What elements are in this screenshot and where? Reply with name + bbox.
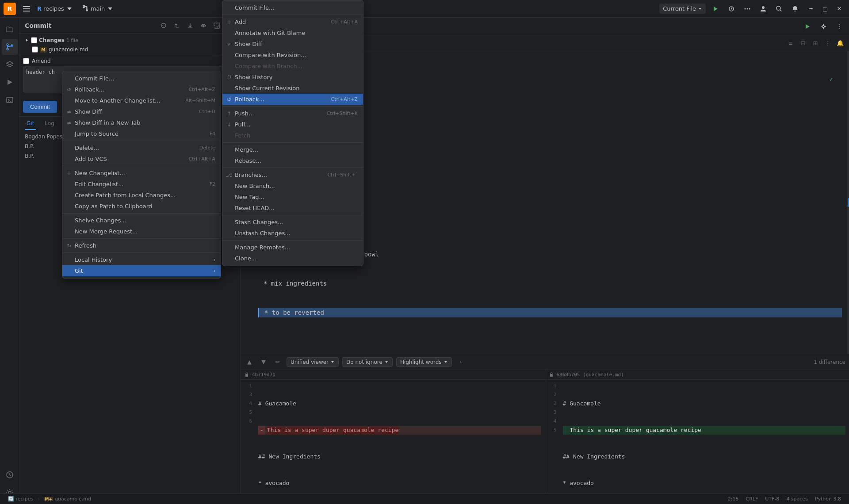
menu-commit-file[interactable]: Commit File... xyxy=(62,73,221,84)
commit-button[interactable]: Commit xyxy=(23,101,57,113)
git-stash[interactable]: Stash Changes... xyxy=(222,217,363,228)
menu-git-submenu[interactable]: Git › xyxy=(62,265,221,276)
menu-new-merge-request[interactable]: New Merge Request... xyxy=(62,226,221,237)
status-indent[interactable]: 4 spaces xyxy=(784,494,811,504)
bug-icon xyxy=(728,5,735,12)
git-show-history[interactable]: ⏱ Show History xyxy=(222,72,363,83)
menu-show-diff[interactable]: ≠ Show Diff Ctrl+D xyxy=(62,106,221,117)
menu-add-vcs[interactable]: Add to VCS Ctrl+Alt+A xyxy=(62,153,221,164)
git-clone[interactable]: Clone... xyxy=(222,253,363,264)
search-button[interactable] xyxy=(773,3,785,15)
file-modified-icon: M xyxy=(40,47,47,53)
sidebar-icon-terminal[interactable] xyxy=(2,92,18,108)
more-options-button[interactable] xyxy=(741,3,753,15)
git-reset-head[interactable]: Reset HEAD... xyxy=(222,202,363,214)
eye-button[interactable] xyxy=(199,21,208,31)
menu-refresh[interactable]: ↻ Refresh xyxy=(62,240,221,251)
project-selector[interactable]: R recipes xyxy=(34,4,76,14)
debug-button[interactable] xyxy=(725,3,738,15)
more-toolbar-button[interactable]: ⋮ xyxy=(833,20,845,33)
play-triangle-icon xyxy=(804,23,811,30)
close-button[interactable]: ✕ xyxy=(833,3,845,15)
git-branches[interactable]: ⎇ Branches... Ctrl+Shift+` xyxy=(222,169,363,180)
run-button[interactable] xyxy=(709,3,722,15)
changes-header[interactable]: Changes 1 file xyxy=(23,35,237,45)
tab-git[interactable]: Git xyxy=(25,118,36,130)
git-new-branch[interactable]: New Branch... xyxy=(222,180,363,191)
tab-more-icon[interactable]: ⋮ xyxy=(822,38,833,49)
tab-split-vert-icon[interactable]: ⊞ xyxy=(810,38,821,49)
hamburger-menu[interactable] xyxy=(19,4,34,14)
amend-checkbox[interactable] xyxy=(23,58,29,64)
status-file[interactable]: M+ guacamole.md xyxy=(42,494,94,504)
git-annotate[interactable]: Annotate with Git Blame xyxy=(222,27,363,38)
menu-copy-patch[interactable]: Copy as Patch to Clipboard xyxy=(62,201,221,212)
git-branches-icon: ⎇ xyxy=(226,172,232,178)
diff-expand-btn[interactable]: › xyxy=(455,357,466,367)
current-file-button[interactable]: Current File xyxy=(659,4,706,14)
download-button[interactable] xyxy=(185,21,195,31)
ignore-select[interactable]: Do not ignore xyxy=(342,357,393,367)
notifications-tab-icon[interactable]: 🔔 xyxy=(835,38,845,49)
status-position[interactable]: 2:15 xyxy=(725,494,742,504)
svg-rect-2 xyxy=(23,11,30,11)
status-language[interactable]: Python 3.8 xyxy=(812,494,844,504)
notifications-button[interactable] xyxy=(789,3,801,15)
git-push[interactable]: ↑ Push... Ctrl+Shift+K xyxy=(222,108,363,119)
git-new-tag[interactable]: New Tag... xyxy=(222,191,363,202)
menu-delete[interactable]: Delete... Delete xyxy=(62,142,221,153)
undo-button[interactable] xyxy=(172,21,182,31)
svg-point-4 xyxy=(745,8,746,9)
status-line-ending[interactable]: CRLF xyxy=(743,494,761,504)
tab-log[interactable]: Log xyxy=(43,118,56,130)
menu-local-history[interactable]: Local History › xyxy=(62,254,221,265)
refresh-commits-button[interactable] xyxy=(159,21,168,31)
menu-shelve[interactable]: Shelve Changes... xyxy=(62,215,221,226)
changes-checkbox[interactable] xyxy=(31,37,37,43)
scrollbar[interactable] xyxy=(847,51,849,354)
diff-pencil-btn[interactable]: ✏ xyxy=(272,357,283,367)
menu-move-changelist[interactable]: Move to Another Changelist... Alt+Shift+… xyxy=(62,95,221,106)
tab-split-icon[interactable]: ⊟ xyxy=(798,38,808,49)
maximize-button[interactable]: □ xyxy=(819,3,831,15)
menu-show-diff-tab[interactable]: ≠ Show Diff in a New Tab xyxy=(62,117,221,128)
tab-list-icon[interactable]: ≡ xyxy=(785,38,796,49)
git-rebase[interactable]: Rebase... xyxy=(222,155,363,166)
git-compare-revision[interactable]: Compare with Revision... xyxy=(222,50,363,61)
unified-viewer-select[interactable]: Unified viewer xyxy=(287,357,339,367)
user-button[interactable] xyxy=(757,3,769,15)
status-encoding[interactable]: UTF-8 xyxy=(762,494,782,504)
settings-button[interactable] xyxy=(817,20,830,33)
sidebar-icon-layers[interactable] xyxy=(2,57,18,73)
menu-new-changelist[interactable]: + New Changelist... xyxy=(62,168,221,179)
svg-rect-1 xyxy=(23,8,30,9)
status-path[interactable]: 🔄 recipes xyxy=(5,494,36,504)
expand-button[interactable] xyxy=(212,21,222,31)
branch-selector[interactable]: main xyxy=(78,4,117,14)
git-manage-remotes[interactable]: Manage Remotes... xyxy=(222,242,363,253)
menu-rollback[interactable]: ↺ Rollback... Ctrl+Alt+Z xyxy=(62,84,221,95)
git-add[interactable]: + Add Ctrl+Alt+A xyxy=(222,16,363,27)
highlight-select[interactable]: Highlight words xyxy=(396,357,452,367)
file-item[interactable]: M guacamole.md xyxy=(23,45,237,54)
minimize-button[interactable]: ─ xyxy=(805,3,817,15)
diff-line-nums-left: 13456 xyxy=(241,380,255,504)
sidebar-icon-history[interactable] xyxy=(2,467,18,483)
git-rollback[interactable]: ↺ Rollback... Ctrl+Alt+Z xyxy=(222,94,363,105)
git-merge[interactable]: Merge... xyxy=(222,144,363,155)
sidebar-icon-files[interactable] xyxy=(2,21,18,37)
git-pull[interactable]: ↓ Pull... xyxy=(222,119,363,130)
diff-nav-up[interactable]: ▲ xyxy=(244,357,255,367)
run-config-button[interactable] xyxy=(801,20,814,33)
sidebar-icon-git[interactable] xyxy=(2,39,18,55)
menu-jump-source[interactable]: Jump to Source F4 xyxy=(62,128,221,139)
menu-create-patch[interactable]: Create Patch from Local Changes... xyxy=(62,190,221,201)
file-checkbox[interactable] xyxy=(32,46,38,53)
git-show-diff[interactable]: ≠ Show Diff xyxy=(222,38,363,50)
menu-edit-changelist[interactable]: Edit Changelist... F2 xyxy=(62,179,221,190)
sidebar-icon-run[interactable] xyxy=(2,74,18,90)
git-commit-file[interactable]: Commit File... xyxy=(222,2,363,13)
git-unstash[interactable]: Unstash Changes... xyxy=(222,228,363,239)
diff-nav-down[interactable]: ▼ xyxy=(258,357,269,367)
git-show-current-revision[interactable]: Show Current Revision xyxy=(222,83,363,94)
